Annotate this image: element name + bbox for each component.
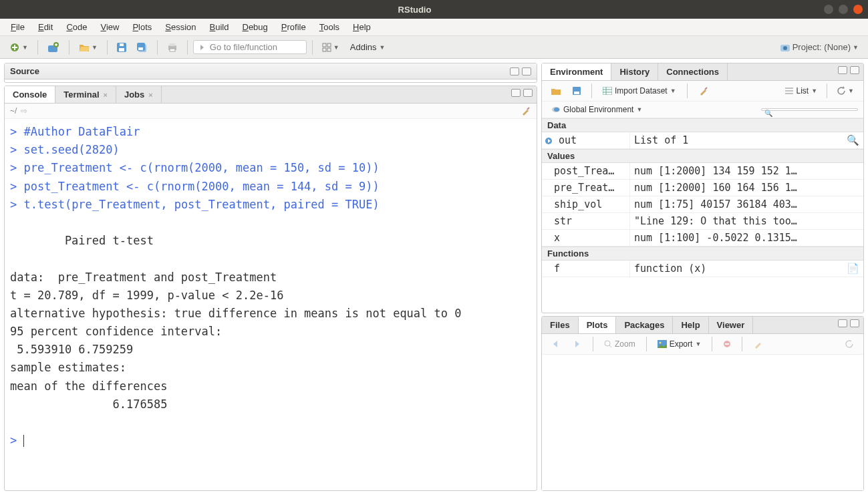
svg-point-30 [605,341,610,346]
tab-files[interactable]: Files [542,317,579,333]
tab-help[interactable]: Help [673,317,708,333]
tab-plots[interactable]: Plots [579,317,617,333]
plot-prev-button[interactable] [547,337,565,351]
tab-terminal[interactable]: Terminal× [55,86,116,103]
menu-help[interactable]: Help [347,21,376,33]
env-row[interactable]: ffunction (x)📄 [542,261,863,277]
environment-toolbar: Import Dataset ▼ List ▼ ▼ [542,81,863,102]
menu-plots[interactable]: Plots [127,21,157,33]
pane-restore-icon[interactable] [510,67,519,75]
save-all-button[interactable] [133,40,152,55]
plot-canvas [542,355,863,490]
menu-code[interactable]: Code [61,21,92,33]
svg-point-33 [659,342,661,344]
refresh-button[interactable]: ▼ [833,84,858,98]
pane-maximize-icon[interactable] [522,67,531,75]
plots-tabs: FilesPlotsPackagesHelpViewer [542,317,863,334]
list-icon [785,88,793,94]
pane-maximize-icon[interactable] [850,66,859,74]
tab-viewer[interactable]: Viewer [709,317,754,333]
environment-list: Data outList of 1🔍Valuespost_Trea…num [1… [542,118,863,313]
pane-restore-icon[interactable] [838,319,847,327]
tab-history[interactable]: History [611,63,658,80]
window-title: RStudio [5,5,824,15]
pane-maximize-icon[interactable] [850,319,859,327]
new-project-button[interactable] [43,39,63,55]
import-dataset-button[interactable]: Import Dataset ▼ [599,85,680,97]
pane-restore-icon[interactable] [838,66,847,74]
svg-point-28 [554,108,559,112]
menu-build[interactable]: Build [204,21,235,33]
maximize-icon[interactable] [839,5,848,14]
zoom-button[interactable]: Zoom [600,338,639,350]
plot-next-button[interactable] [569,337,586,351]
addins-button[interactable]: Addins ▼ [346,41,390,53]
console-pane: ConsoleTerminal×Jobs× ~/ ⇨ > #Author Dat… [4,86,537,491]
grid-button[interactable]: ▼ [318,40,343,55]
share-icon[interactable]: ⇨ [21,106,27,116]
window-titlebar: RStudio [0,0,868,19]
svg-rect-14 [323,48,326,51]
env-section-data: Data [542,118,863,132]
tab-jobs[interactable]: Jobs× [116,86,162,103]
menu-debug[interactable]: Debug [237,21,273,33]
menu-file[interactable]: File [5,21,30,33]
pane-maximize-icon[interactable] [523,89,533,97]
minimize-icon[interactable] [824,5,833,14]
environment-scope-bar: Global Environment ▼ [542,102,863,118]
export-button[interactable]: Export ▼ [654,338,706,350]
svg-rect-12 [323,43,326,47]
environment-search-input[interactable] [761,108,858,111]
menubar: FileEditCodeViewPlotsSessionBuildDebugPr… [0,19,868,36]
grid-icon [603,87,612,95]
svg-rect-4 [119,48,124,51]
broom-icon[interactable] [521,106,531,116]
tab-connections[interactable]: Connections [658,63,728,80]
refresh-plot-button[interactable] [841,337,858,351]
menu-tools[interactable]: Tools [314,21,345,33]
tab-packages[interactable]: Packages [616,317,673,333]
list-view-button[interactable]: List ▼ [781,85,821,97]
menu-view[interactable]: View [95,21,124,33]
env-section-values: Values [542,149,863,163]
project-menu[interactable]: Project: (None) ▼ [776,39,863,55]
print-button[interactable] [163,40,182,55]
pane-restore-icon[interactable] [511,89,521,97]
tab-console[interactable]: Console [5,86,55,103]
console-path: ~/ [10,106,17,116]
tab-environment[interactable]: Environment [542,63,611,80]
env-row[interactable]: str"Line 129: O that this too… [542,213,863,230]
env-row[interactable]: xnum [1:100] -0.5022 0.1315… [542,230,863,246]
plots-toolbar: Zoom Export ▼ [542,334,863,355]
r-icon [551,106,561,114]
menu-profile[interactable]: Profile [276,21,311,33]
close-icon[interactable]: × [104,91,108,99]
env-row[interactable]: ship_volnum [1:75] 40157 36184 403… [542,196,863,213]
close-icon[interactable]: × [148,91,152,99]
load-workspace-button[interactable] [547,84,565,98]
open-file-button[interactable]: ▼ [75,40,102,55]
save-button[interactable] [113,40,130,55]
source-pane-title: Source [10,66,39,76]
menu-edit[interactable]: Edit [33,21,58,33]
menu-session[interactable]: Session [160,21,201,33]
new-file-button[interactable]: ▼ [5,39,32,55]
console-path-bar: ~/ ⇨ [5,104,537,119]
source-pane: Source [4,63,537,83]
svg-rect-13 [327,43,331,47]
scope-selector[interactable]: Global Environment ▼ [547,104,646,116]
clear-workspace-button[interactable] [694,83,713,99]
close-icon[interactable] [853,5,863,14]
project-label: Project: (None) [792,42,851,52]
clear-plots-button[interactable] [749,336,768,352]
env-row[interactable]: post_Trea…num [1:2000] 134 159 152 1… [542,163,863,180]
save-workspace-button[interactable] [569,84,585,98]
env-row[interactable]: outList of 1🔍 [542,132,863,149]
plots-pane: FilesPlotsPackagesHelpViewer Zoom [541,316,864,491]
console-output[interactable]: > #Author DataFlair> set.seed(2820)> pre… [5,119,537,490]
env-row[interactable]: pre_Treat…num [1:2000] 160 164 156 1… [542,180,863,196]
main-toolbar: ▼ ▼ Go to file/function ▼ Addins ▼ Proje… [0,36,868,59]
goto-file-input[interactable]: Go to file/function [193,40,307,54]
goto-placeholder: Go to file/function [210,42,277,52]
remove-plot-button[interactable] [719,337,735,351]
